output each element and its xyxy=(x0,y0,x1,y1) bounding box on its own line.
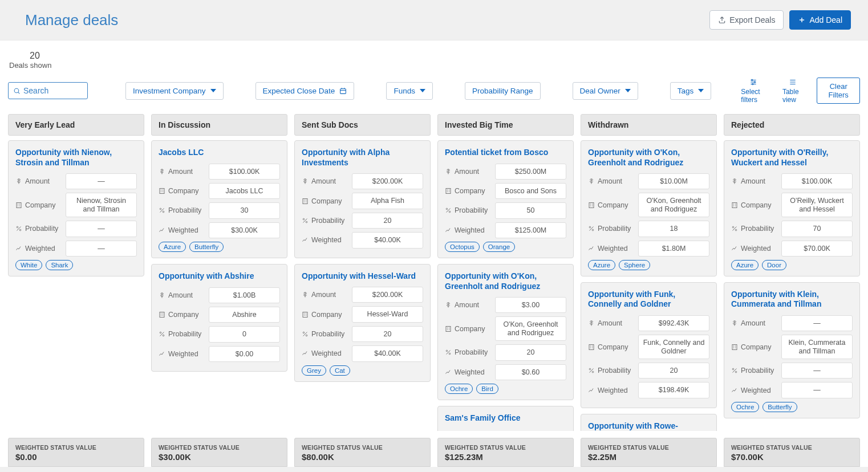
deal-card[interactable]: Jacobs LLC Amount $100.00K Company Jacob… xyxy=(151,140,287,258)
row-value[interactable]: $1.80M xyxy=(638,241,709,257)
column-cards[interactable]: Opportunity with O'Reilly, Wuckert and H… xyxy=(724,140,860,431)
row-value[interactable]: — xyxy=(781,363,853,379)
filter-probability-range[interactable]: Probability Range xyxy=(465,82,541,100)
row-value[interactable]: 18 xyxy=(638,221,709,237)
deal-title[interactable]: Opportunity with Rowe-Okuneva xyxy=(588,421,709,431)
row-value[interactable]: $125.00M xyxy=(495,222,566,238)
deal-title[interactable]: Jacobs LLC xyxy=(159,148,280,158)
row-value[interactable]: Klein, Cummerata and Tillman xyxy=(781,335,853,359)
row-value[interactable]: $10.00M xyxy=(638,173,709,189)
tag[interactable]: Orange xyxy=(483,242,515,252)
tag[interactable]: Sphere xyxy=(619,260,650,270)
row-value[interactable]: $30.00K xyxy=(209,222,280,238)
row-value[interactable]: 20 xyxy=(352,213,423,229)
row-value[interactable]: Alpha Fish xyxy=(352,193,423,209)
tag[interactable]: Octopus xyxy=(445,242,480,252)
column-cards[interactable]: Opportunity with Alpha Investments Amoun… xyxy=(294,140,431,431)
tag[interactable]: Ochre xyxy=(731,402,759,412)
deal-title[interactable]: Opportunity with Alpha Investments xyxy=(302,148,423,168)
filter-tags[interactable]: Tags xyxy=(670,82,712,100)
deal-card[interactable]: Opportunity with Hessel-Ward Amount $200… xyxy=(294,264,431,382)
row-value[interactable]: $198.49K xyxy=(638,382,709,398)
filter-investment-company[interactable]: Investment Company xyxy=(125,82,224,100)
deal-card[interactable]: Opportunity with Nienow, Strosin and Til… xyxy=(8,140,144,276)
deal-title[interactable]: Opportunity with O'Kon, Greenholt and Ro… xyxy=(588,148,709,168)
tag[interactable]: Azure xyxy=(588,260,615,270)
tag[interactable]: Grey xyxy=(302,365,326,376)
column-cards[interactable]: Opportunity with O'Kon, Greenholt and Ro… xyxy=(581,140,717,431)
row-value[interactable]: $70.00K xyxy=(781,241,853,257)
filter-expected-close[interactable]: Expected Close Date xyxy=(255,82,355,100)
select-filters-link[interactable]: Select filters xyxy=(737,78,769,104)
row-value[interactable]: $0.60 xyxy=(495,364,566,380)
row-value[interactable]: Hessel-Ward xyxy=(352,306,423,322)
deal-card[interactable]: Sam's Family Office xyxy=(437,406,574,431)
row-value[interactable]: O'Kon, Greenholt and Rodriguez xyxy=(495,316,566,341)
deal-title[interactable]: Opportunity with Abshire xyxy=(159,271,280,282)
row-value[interactable]: $100.00K xyxy=(209,164,280,180)
tag[interactable]: Cat xyxy=(330,365,350,376)
row-value[interactable]: $200.00K xyxy=(352,173,423,189)
row-value[interactable]: $40.00K xyxy=(352,345,423,361)
deal-title[interactable]: Opportunity with Hessel-Ward xyxy=(302,271,423,282)
deal-card[interactable]: Opportunity with O'Reilly, Wuckert and H… xyxy=(724,140,860,276)
row-value[interactable]: $0.00 xyxy=(209,346,280,362)
search-input[interactable] xyxy=(23,86,83,95)
row-value[interactable]: Abshire xyxy=(209,307,280,323)
deal-card[interactable]: Opportunity with Alpha Investments Amoun… xyxy=(294,140,431,258)
row-value[interactable]: $200.00K xyxy=(352,287,423,303)
row-value[interactable]: — xyxy=(781,382,853,398)
tag[interactable]: Ochre xyxy=(445,384,473,394)
tag[interactable]: White xyxy=(15,260,42,270)
row-value[interactable]: 0 xyxy=(209,326,280,342)
filter-deal-owner[interactable]: Deal Owner xyxy=(573,82,638,100)
row-value[interactable]: O'Kon, Greenholt and Rodriguez xyxy=(638,193,709,217)
column-cards[interactable]: Opportunity with Nienow, Strosin and Til… xyxy=(8,140,144,431)
tag[interactable]: Butterfly xyxy=(189,242,224,252)
row-value[interactable]: 20 xyxy=(352,326,423,342)
row-value[interactable]: $100.00K xyxy=(781,173,853,189)
row-value[interactable]: Jacobs LLC xyxy=(209,183,280,199)
row-value[interactable]: — xyxy=(66,173,137,189)
row-value[interactable]: $250.00M xyxy=(495,164,566,180)
row-value[interactable]: 50 xyxy=(495,202,566,218)
row-value[interactable]: $1.00B xyxy=(209,287,280,303)
deal-card[interactable]: Opportunity with Funk, Connelly and Gold… xyxy=(581,282,717,408)
row-value[interactable]: Funk, Connelly and Goldner xyxy=(638,335,709,359)
export-deals-button[interactable]: Export Deals xyxy=(709,10,784,30)
row-value[interactable]: O'Reilly, Wuckert and Hessel xyxy=(781,193,853,217)
deal-title[interactable]: Potential ticket from Bosco xyxy=(445,148,566,158)
row-value[interactable]: $40.00K xyxy=(352,232,423,248)
deal-card[interactable]: Opportunity with Rowe-Okuneva xyxy=(581,414,717,431)
row-value[interactable]: — xyxy=(66,241,137,257)
deal-title[interactable]: Opportunity with O'Kon, Greenholt and Ro… xyxy=(445,271,566,291)
tag[interactable]: Azure xyxy=(159,242,186,252)
deal-card[interactable]: Opportunity with O'Kon, Greenholt and Ro… xyxy=(581,140,717,276)
table-view-link[interactable]: Table view xyxy=(779,78,806,104)
row-value[interactable]: Bosco and Sons xyxy=(495,183,566,199)
filter-funds[interactable]: Funds xyxy=(386,82,433,100)
row-value[interactable]: Nienow, Strosin and Tillman xyxy=(66,193,137,217)
column-cards[interactable]: Jacobs LLC Amount $100.00K Company Jacob… xyxy=(151,140,287,431)
row-value[interactable]: $992.43K xyxy=(638,315,709,331)
deal-card[interactable]: Opportunity with Abshire Amount $1.00B C… xyxy=(151,264,287,372)
tag[interactable]: Azure xyxy=(731,260,759,270)
row-value[interactable]: — xyxy=(66,221,137,237)
deal-title[interactable]: Opportunity with Nienow, Strosin and Til… xyxy=(15,148,137,168)
clear-filters-button[interactable]: Clear Filters xyxy=(817,78,860,104)
tag[interactable]: Butterfly xyxy=(762,402,797,412)
deal-card[interactable]: Opportunity with O'Kon, Greenholt and Ro… xyxy=(437,264,574,400)
tag[interactable]: Door xyxy=(762,260,786,270)
tag[interactable]: Bird xyxy=(476,384,498,394)
search-box[interactable] xyxy=(8,82,88,99)
row-value[interactable]: 30 xyxy=(209,202,280,218)
deal-title[interactable]: Opportunity with O'Reilly, Wuckert and H… xyxy=(731,148,853,168)
row-value[interactable]: $3.00 xyxy=(495,297,566,313)
deal-card[interactable]: Opportunity with Klein, Cummerata and Ti… xyxy=(724,282,860,418)
tag[interactable]: Shark xyxy=(46,260,73,270)
deal-card[interactable]: Potential ticket from Bosco Amount $250.… xyxy=(437,140,574,258)
row-value[interactable]: 20 xyxy=(638,363,709,379)
row-value[interactable]: — xyxy=(781,315,853,331)
add-deal-button[interactable]: Add Deal xyxy=(789,10,851,30)
deal-title[interactable]: Opportunity with Funk, Connelly and Gold… xyxy=(588,290,709,310)
